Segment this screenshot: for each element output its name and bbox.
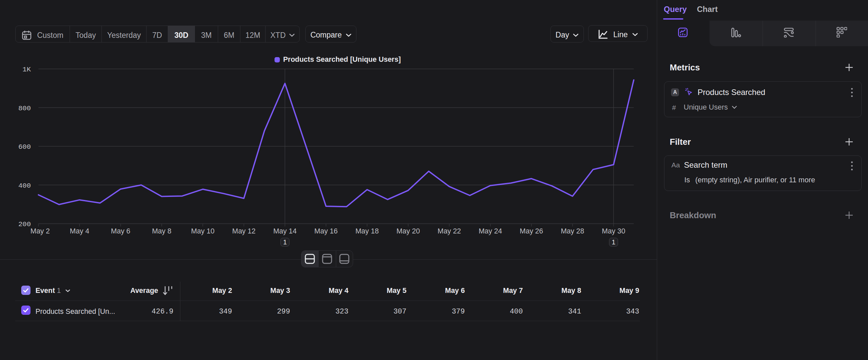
svg-text:May 8: May 8	[152, 227, 172, 235]
svg-text:600: 600	[18, 143, 31, 151]
svg-text:May 6: May 6	[111, 227, 131, 235]
svg-text:May 28: May 28	[561, 227, 584, 235]
svg-text:May 14: May 14	[273, 227, 297, 235]
svg-text:May 26: May 26	[520, 227, 544, 235]
svg-text:May 20: May 20	[397, 227, 420, 235]
svg-text:May 22: May 22	[438, 227, 461, 235]
svg-text:800: 800	[18, 105, 31, 112]
svg-text:400: 400	[18, 182, 31, 190]
svg-text:200: 200	[18, 221, 31, 228]
svg-text:May 12: May 12	[232, 227, 256, 235]
svg-text:May 4: May 4	[70, 227, 90, 235]
svg-text:May 10: May 10	[191, 227, 215, 235]
svg-text:May 18: May 18	[355, 227, 379, 235]
svg-text:May 2: May 2	[31, 227, 50, 235]
svg-text:May 24: May 24	[479, 227, 502, 235]
svg-text:1K: 1K	[23, 66, 31, 74]
svg-text:May 30: May 30	[602, 227, 625, 235]
svg-text:May 16: May 16	[314, 227, 338, 235]
